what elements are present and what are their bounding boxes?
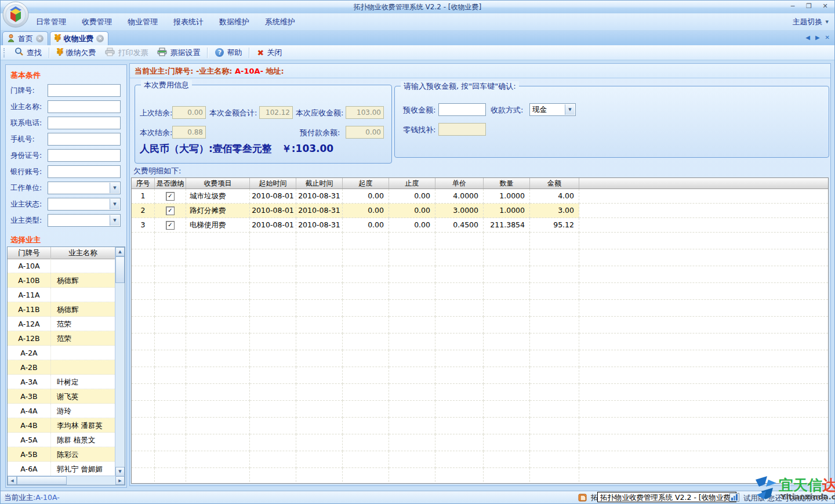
- menu-item[interactable]: 数据维护: [219, 16, 250, 28]
- fee-column-header[interactable]: 止度: [389, 178, 435, 188]
- empty-grid-cell: [250, 451, 296, 468]
- receipt-settings-button[interactable]: 票据设置: [153, 46, 205, 59]
- owner-row[interactable]: A-5B陈彩云: [8, 447, 115, 462]
- menu-item[interactable]: 日常管理: [35, 16, 67, 28]
- owner-row[interactable]: A-2B: [8, 360, 115, 375]
- theme-switch-button[interactable]: 主题切换 ▼: [793, 13, 829, 31]
- combo-field[interactable]: ▼: [48, 182, 121, 194]
- tab-scroll-left-icon[interactable]: ◀: [805, 34, 810, 41]
- payment-method-label: 收款方式:: [491, 105, 523, 115]
- owner-row[interactable]: A-12B范荣: [8, 331, 115, 346]
- empty-grid-cell: [296, 367, 343, 384]
- owner-row[interactable]: A-10A: [8, 259, 115, 273]
- menu-item[interactable]: 报表统计: [173, 16, 204, 28]
- fee-column-header[interactable]: 序号: [132, 178, 155, 188]
- combo-field[interactable]: ▼: [48, 198, 121, 211]
- owner-name-cell: 范荣: [51, 331, 115, 345]
- hscroll-thumb[interactable]: [17, 476, 67, 485]
- tab-close-icon[interactable]: ✕: [36, 35, 43, 42]
- scroll-down-icon[interactable]: ▼: [115, 467, 125, 476]
- owner-row[interactable]: A-6A郭礼宁 曾媚媚: [8, 462, 115, 476]
- left-field-row: 业主类型:▼: [10, 214, 121, 227]
- owner-row[interactable]: A-3B谢飞英: [8, 389, 115, 404]
- help-button[interactable]: ? 帮助: [210, 46, 246, 59]
- fee-table-row[interactable]: 3✓电梯使用费2010-08-012010-08-310.000.000.450…: [132, 218, 828, 233]
- empty-grid-cell: [250, 317, 296, 333]
- fee-column-header[interactable]: 单价: [435, 178, 484, 188]
- fee-cell-no: 1: [132, 189, 155, 204]
- owner-row[interactable]: A-3A叶树定: [8, 375, 115, 389]
- text-input-field[interactable]: [48, 133, 121, 146]
- fee-column-header[interactable]: 金额: [530, 178, 579, 188]
- owner-list-column-header[interactable]: 业主名称: [51, 247, 115, 259]
- prepay-amount-input[interactable]: [438, 103, 486, 116]
- fee-column-header[interactable]: 收费项目: [186, 178, 250, 188]
- menu-item[interactable]: 系统维护: [264, 16, 296, 28]
- owner-row[interactable]: A-10B杨德辉: [8, 273, 115, 288]
- tab-home[interactable]: 首页 ✕: [2, 31, 48, 45]
- maximize-icon[interactable]: ❐: [804, 2, 814, 11]
- empty-grid-cell: [389, 367, 435, 384]
- fee-column-header[interactable]: 是否缴纳: [155, 178, 186, 188]
- dropdown-arrow-icon[interactable]: ▼: [110, 215, 119, 226]
- text-input-field[interactable]: [48, 117, 121, 129]
- owner-row[interactable]: A-11B杨德辉: [8, 302, 115, 317]
- dropdown-arrow-icon[interactable]: ▼: [565, 104, 575, 115]
- fee-info-groupbox: 本次费用信息 上次结余: 0.00 本次金额合计: 102.12 本次应收金额:…: [135, 85, 392, 164]
- menu-item[interactable]: 物业管理: [127, 16, 158, 28]
- fee-table-row[interactable]: 1✓城市垃圾费2010-08-012010-08-310.000.004.000…: [132, 189, 828, 204]
- tab-scroll-right-icon[interactable]: ▶: [815, 34, 820, 41]
- field-label: 门牌号:: [10, 86, 48, 96]
- owner-row[interactable]: A-11A: [8, 288, 115, 302]
- scroll-up-icon[interactable]: ▲: [115, 247, 125, 256]
- tab-list-close-icon[interactable]: ✕: [825, 34, 830, 41]
- dropdown-arrow-icon[interactable]: ▼: [110, 183, 119, 193]
- close-icon[interactable]: ✕: [821, 2, 830, 11]
- fee-column-header[interactable]: 起始时间: [250, 178, 296, 188]
- tab-close-icon[interactable]: ✕: [96, 35, 104, 42]
- dropdown-arrow-icon[interactable]: ▼: [110, 199, 119, 209]
- paid-checkbox[interactable]: ✓: [166, 206, 175, 215]
- owner-row[interactable]: A-4B李均林 潘群英: [8, 418, 115, 433]
- close-button[interactable]: ✖ 关闭: [252, 46, 286, 59]
- owner-list-vscrollbar[interactable]: ▲ ▼: [115, 247, 125, 476]
- text-input-field[interactable]: [48, 100, 121, 113]
- owner-row[interactable]: A-12A范荣: [8, 317, 115, 331]
- empty-grid-cell: [155, 418, 186, 434]
- app-logo-icon[interactable]: [2, 1, 29, 28]
- scroll-right-icon[interactable]: ▶: [115, 476, 125, 485]
- fee-empty-row: [132, 401, 828, 418]
- fee-empty-row: [132, 367, 828, 384]
- left-field-row: 手机号:: [10, 133, 121, 146]
- empty-grid-cell: [155, 249, 186, 266]
- owner-room-cell: A-6A: [8, 462, 51, 476]
- pay-arrears-button[interactable]: ¥ 缴纳欠费: [52, 46, 100, 59]
- text-input-field[interactable]: [48, 84, 121, 97]
- text-input-field[interactable]: [48, 165, 121, 178]
- empty-grid-cell: [155, 300, 186, 317]
- payment-method-combo[interactable]: 现金 ▼: [529, 103, 576, 116]
- tab-collect-fee[interactable]: ¥ 收物业费 ✕: [50, 31, 108, 45]
- owner-row[interactable]: A-4A游玲: [8, 404, 115, 418]
- empty-grid-cell: [389, 468, 435, 484]
- owner-row[interactable]: A-2A: [8, 346, 115, 360]
- text-input-field[interactable]: [48, 149, 121, 162]
- combo-field[interactable]: ▼: [48, 214, 121, 227]
- fee-table-row[interactable]: 2✓路灯分摊费2010-08-012010-08-310.000.003.000…: [132, 204, 828, 218]
- owner-list-hscrollbar[interactable]: ◀ ▶: [8, 476, 125, 485]
- minimize-icon[interactable]: ─: [788, 2, 797, 11]
- fee-column-header[interactable]: 起度: [343, 178, 389, 188]
- fee-column-header[interactable]: 数量: [484, 178, 530, 188]
- scroll-left-icon[interactable]: ◀: [8, 476, 17, 485]
- vscroll-thumb[interactable]: [115, 256, 125, 283]
- find-button[interactable]: 查找: [10, 46, 46, 59]
- menu-item[interactable]: 收费管理: [81, 16, 112, 28]
- fee-row-filler: [579, 384, 828, 401]
- owner-list-column-header[interactable]: 门牌号: [8, 247, 51, 259]
- owner-row[interactable]: A-5A陈群 植景文: [8, 433, 115, 447]
- fee-column-header[interactable]: 截止时间: [296, 178, 343, 188]
- paid-checkbox[interactable]: ✓: [166, 221, 175, 230]
- empty-grid-cell: [186, 233, 250, 249]
- empty-grid-cell: [296, 283, 343, 300]
- paid-checkbox[interactable]: ✓: [166, 192, 175, 201]
